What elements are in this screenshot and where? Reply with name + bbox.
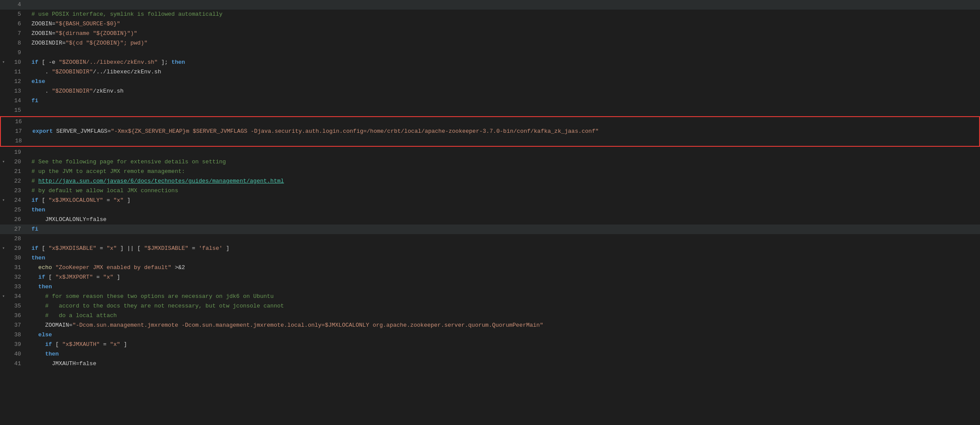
fold-icon[interactable] <box>0 321 7 330</box>
code-line: 7ZOOBIN="$(dirname "${ZOOBIN}")" <box>0 29 980 38</box>
line-content: ZOOMAIN="-Dcom.sun.management.jmxremote … <box>28 321 980 330</box>
code-line: 39 if [ "x$JMXAUTH" = "x" ] <box>0 340 980 349</box>
code-line: ▾20# See the following page for extensiv… <box>0 157 980 167</box>
line-content: # use POSIX interface, symlink is follow… <box>28 10 980 19</box>
line-number: 24 <box>7 196 28 205</box>
line-content: if [ -e "$ZOOBIN/../libexec/zkEnv.sh" ];… <box>28 58 980 67</box>
fold-icon[interactable] <box>0 19 7 29</box>
line-number: 26 <box>7 215 28 225</box>
line-content <box>28 148 980 157</box>
code-line: 35 # accord to the docs they are not nec… <box>0 301 980 311</box>
line-content: # accord to the docs they are not necess… <box>28 301 980 311</box>
line-content: fi <box>28 225 980 234</box>
fold-icon[interactable] <box>0 205 7 215</box>
line-content: then <box>28 349 980 359</box>
fold-icon[interactable] <box>0 273 7 282</box>
code-line: 22# http://java.sun.com/javase/6/docs/te… <box>0 176 980 186</box>
code-line: 37 ZOOMAIN="-Dcom.sun.management.jmxremo… <box>0 321 980 330</box>
line-content: export SERVER_JVMFLAGS="-Xmx${ZK_SERVER_… <box>29 127 979 136</box>
fold-icon[interactable]: ▾ <box>0 244 7 253</box>
line-content: ZOOBINDIR="$(cd "${ZOOBIN}"; pwd)" <box>28 38 980 48</box>
fold-icon[interactable]: ▾ <box>0 292 7 301</box>
line-number: 37 <box>7 321 28 330</box>
fold-icon[interactable] <box>0 67 7 77</box>
fold-icon[interactable] <box>0 253 7 263</box>
line-number: 7 <box>7 29 28 38</box>
fold-icon[interactable]: ▾ <box>0 58 7 67</box>
code-line: 12else <box>0 77 980 86</box>
code-line: 31 echo "ZooKeeper JMX enabled by defaul… <box>0 263 980 273</box>
fold-icon[interactable] <box>0 359 7 369</box>
fold-icon[interactable] <box>0 96 7 106</box>
fold-icon[interactable] <box>0 38 7 48</box>
fold-icon[interactable] <box>0 340 7 349</box>
line-number: 4 <box>7 0 28 10</box>
code-line: 32 if [ "x$JMXPORT" = "x" ] <box>0 273 980 282</box>
fold-icon[interactable] <box>0 48 7 58</box>
fold-icon[interactable] <box>0 176 7 186</box>
code-line: 14fi <box>0 96 980 106</box>
fold-icon[interactable] <box>0 167 7 176</box>
fold-icon[interactable] <box>0 77 7 86</box>
fold-icon[interactable] <box>1 127 8 136</box>
line-number: 13 <box>7 86 28 96</box>
line-content: . "$ZOOBINDIR"/../libexec/zkEnv.sh <box>28 67 980 77</box>
fold-icon[interactable] <box>0 186 7 196</box>
fold-icon[interactable] <box>1 117 8 127</box>
line-number: 12 <box>7 77 28 86</box>
fold-icon[interactable] <box>0 263 7 273</box>
line-content: fi <box>28 96 980 106</box>
fold-icon[interactable] <box>0 215 7 225</box>
line-number: 11 <box>7 67 28 77</box>
line-number: 40 <box>7 349 28 359</box>
line-number: 5 <box>7 10 28 19</box>
line-content: if [ "x$JMXAUTH" = "x" ] <box>28 340 980 349</box>
code-line: 21# up the JVM to accept JMX remote mana… <box>0 167 980 176</box>
code-line: 19 <box>0 148 980 157</box>
code-line: 41 JMXAUTH=false <box>0 359 980 369</box>
code-line: 8ZOOBINDIR="$(cd "${ZOOBIN}"; pwd)" <box>0 38 980 48</box>
line-number: 16 <box>8 117 29 127</box>
line-content: then <box>28 282 980 292</box>
fold-icon[interactable] <box>0 29 7 38</box>
line-content: if [ "x$JMXPORT" = "x" ] <box>28 273 980 282</box>
line-content: # up the JVM to accept JMX remote manage… <box>28 167 980 176</box>
fold-icon[interactable] <box>0 225 7 234</box>
fold-icon[interactable] <box>0 148 7 157</box>
line-content: ZOOBIN="${BASH_SOURCE-$0}" <box>28 19 980 29</box>
line-number: 14 <box>7 96 28 106</box>
fold-icon[interactable] <box>0 282 7 292</box>
line-number: 6 <box>7 19 28 29</box>
fold-icon[interactable] <box>0 86 7 96</box>
code-line: 36 # do a local attach <box>0 311 980 321</box>
line-number: 25 <box>7 205 28 215</box>
fold-icon[interactable] <box>1 136 8 146</box>
line-content <box>29 136 979 146</box>
fold-icon[interactable] <box>0 311 7 321</box>
line-number: 8 <box>7 38 28 48</box>
fold-icon[interactable]: ▾ <box>0 157 7 167</box>
line-content: JMXAUTH=false <box>28 359 980 369</box>
code-line: 6ZOOBIN="${BASH_SOURCE-$0}" <box>0 19 980 29</box>
fold-icon[interactable] <box>0 234 7 244</box>
fold-icon[interactable] <box>0 10 7 19</box>
fold-icon[interactable] <box>0 0 7 10</box>
line-content <box>29 117 979 127</box>
fold-icon[interactable] <box>0 330 7 340</box>
code-line: 25then <box>0 205 980 215</box>
line-number: 31 <box>7 263 28 273</box>
code-line: 28 <box>0 234 980 244</box>
line-number: 32 <box>7 273 28 282</box>
line-number: 35 <box>7 301 28 311</box>
code-line: 16 <box>1 117 979 127</box>
fold-icon[interactable] <box>0 301 7 311</box>
line-content: # http://java.sun.com/javase/6/docs/tech… <box>28 176 980 186</box>
code-line: ▾24if [ "x$JMXLOCALONLY" = "x" ] <box>0 196 980 205</box>
line-content: else <box>28 330 980 340</box>
line-number: 15 <box>7 106 28 115</box>
fold-icon[interactable] <box>0 106 7 115</box>
fold-icon[interactable] <box>0 349 7 359</box>
line-number: 29 <box>7 244 28 253</box>
code-line: 23# by default we allow local JMX connec… <box>0 186 980 196</box>
fold-icon[interactable]: ▾ <box>0 196 7 205</box>
